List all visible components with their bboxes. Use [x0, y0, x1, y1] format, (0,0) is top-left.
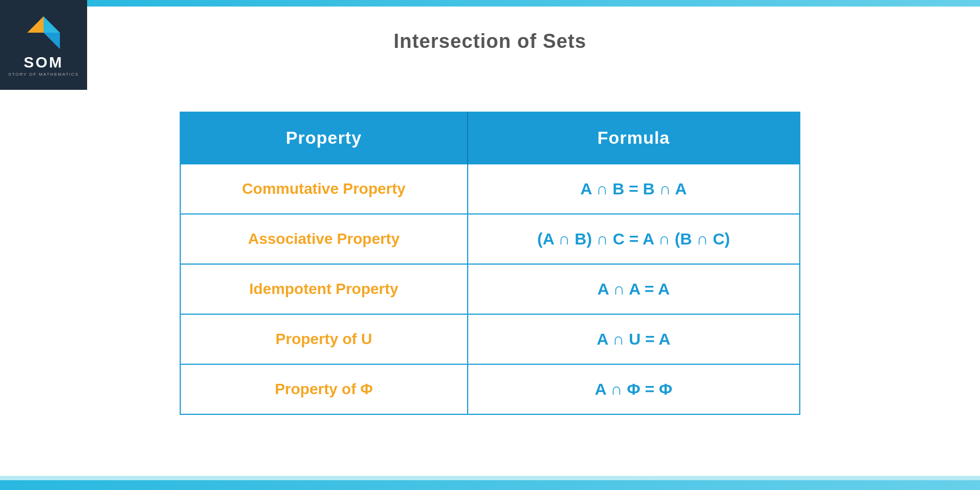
- table-row: Property of U A ∩ U = A: [180, 314, 800, 364]
- formula-commutative: A ∩ B = B ∩ A: [468, 164, 800, 214]
- header-formula: Formula: [468, 112, 800, 164]
- page-title: Intersection of Sets: [0, 30, 980, 53]
- properties-table: Property Formula Commutative Property A …: [180, 112, 800, 415]
- bottom-stripe-2: [0, 476, 980, 480]
- formula-of-u-text: A ∩ U = A: [597, 330, 670, 348]
- svg-marker-2: [44, 16, 60, 33]
- logo-area: SOM STORY OF MATHEMATICS: [0, 0, 87, 90]
- property-commutative: Commutative Property: [180, 164, 468, 214]
- property-idempotent: Idempotent Property: [180, 264, 468, 314]
- property-associative: Associative Property: [180, 214, 468, 264]
- bottom-stripe: [0, 480, 980, 490]
- formula-associative-text: (A ∩ B) ∩ C = A ∩ (B ∩ C): [537, 230, 730, 248]
- table-container: Property Formula Commutative Property A …: [180, 90, 800, 425]
- formula-associative: (A ∩ B) ∩ C = A ∩ (B ∩ C): [468, 214, 800, 264]
- table-header-row: Property Formula: [180, 112, 800, 164]
- header-property: Property: [180, 112, 468, 164]
- property-of-u: Property of U: [180, 314, 468, 364]
- svg-marker-3: [27, 33, 44, 49]
- formula-idempotent: A ∩ A = A: [468, 264, 800, 314]
- formula-idempotent-text: A ∩ A = A: [597, 280, 670, 298]
- logo-subtitle: STORY OF MATHEMATICS: [8, 72, 79, 77]
- svg-marker-1: [44, 33, 60, 49]
- table-row: Associative Property (A ∩ B) ∩ C = A ∩ (…: [180, 214, 800, 264]
- top-stripe: [87, 0, 980, 7]
- logo-brand: SOM: [24, 55, 64, 70]
- formula-commutative-text: A ∩ B = B ∩ A: [580, 180, 687, 198]
- svg-marker-0: [27, 16, 44, 33]
- formula-of-u: A ∩ U = A: [468, 314, 800, 364]
- logo-icon: [24, 14, 63, 52]
- formula-of-phi-text: A ∩ Φ = Φ: [595, 380, 672, 398]
- table-row: Idempotent Property A ∩ A = A: [180, 264, 800, 314]
- table-row: Commutative Property A ∩ B = B ∩ A: [180, 164, 800, 214]
- property-of-phi: Property of Φ: [180, 364, 468, 414]
- formula-of-phi: A ∩ Φ = Φ: [468, 364, 800, 414]
- table-row: Property of Φ A ∩ Φ = Φ: [180, 364, 800, 414]
